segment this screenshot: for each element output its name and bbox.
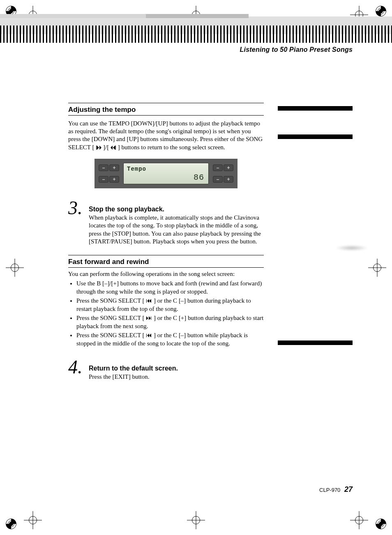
registration-mark-icon [6, 519, 16, 529]
list-item: Press the SONG SELECT [ ⏭ ] or the C [+]… [76, 314, 264, 331]
song-select-prev-icon [96, 146, 101, 150]
registration-mark-icon [376, 6, 386, 16]
step-4: 4 Return to the default screen. Press th… [68, 360, 264, 381]
minus-button[interactable]: – [213, 164, 223, 171]
footer-page-number: 27 [344, 485, 353, 493]
step-title: Return to the default screen. [89, 365, 264, 372]
section-body-tempo: You can use the TEMPO [DOWN]/[UP] button… [68, 120, 264, 151]
lcd-screen: Tempo 86 [123, 163, 209, 184]
plus-button[interactable]: + [109, 176, 119, 183]
lcd-label: Tempo [127, 166, 146, 172]
crop-mark-icon [6, 259, 24, 277]
left-button-column: – + – + [99, 164, 119, 183]
registration-mark-icon [376, 519, 386, 529]
minus-plus-pair: – + [213, 176, 233, 183]
lcd-value: 86 [194, 173, 204, 182]
crop-mark-icon [187, 511, 205, 529]
step-3: 3 Stop the song playback. When playback … [68, 201, 264, 246]
footer-model: CLP-970 [319, 487, 340, 493]
body-text: ]/[ [103, 144, 111, 151]
plus-button[interactable]: + [224, 176, 233, 183]
crop-mark-icon [368, 259, 386, 277]
step-title: Stop the song playback. [89, 206, 264, 213]
plus-button[interactable]: + [109, 164, 119, 171]
step-body: Press the [EXIT] button. [89, 373, 264, 381]
list-item: Use the B [–]/[+] buttons to move back a… [76, 280, 264, 296]
minus-button[interactable]: – [99, 176, 108, 183]
right-button-column: – + – + [213, 164, 233, 183]
minus-button[interactable]: – [99, 164, 108, 171]
print-barcode-strip [0, 25, 392, 43]
list-item: Press the SONG SELECT [ ⏮ ] or the C [–]… [76, 297, 264, 313]
lcd-panel: – + – + Tempo 86 – + – + [95, 159, 238, 188]
list-item: Press the SONG SELECT [ ⏮ ] or the C [–]… [76, 331, 264, 348]
song-select-next-icon [111, 146, 116, 150]
body-text: ] buttons to return to the song select s… [118, 144, 225, 151]
plus-button[interactable]: + [224, 164, 233, 171]
section-heading-ffwd: Fast forward and rewind [68, 255, 264, 268]
step-number: 3 [68, 201, 89, 216]
page-footer: CLP-970 27 [68, 485, 353, 494]
section-heading-tempo: Adjusting the tempo [68, 103, 264, 116]
step-body: When playback is complete, it automatica… [89, 214, 264, 246]
bullet-list: Use the B [–]/[+] buttons to move back a… [68, 280, 264, 348]
minus-button[interactable]: – [213, 176, 223, 183]
running-head: Listening to 50 Piano Preset Songs [68, 46, 353, 53]
minus-plus-pair: – + [99, 164, 119, 171]
crop-mark-icon [350, 511, 368, 529]
step-number: 4 [68, 360, 89, 375]
crop-mark-icon [24, 511, 42, 529]
minus-plus-pair: – + [99, 176, 119, 183]
section-lead-ffwd: You can perform the following operations… [68, 270, 264, 278]
minus-plus-pair: – + [213, 164, 233, 171]
margin-bars [278, 106, 353, 369]
